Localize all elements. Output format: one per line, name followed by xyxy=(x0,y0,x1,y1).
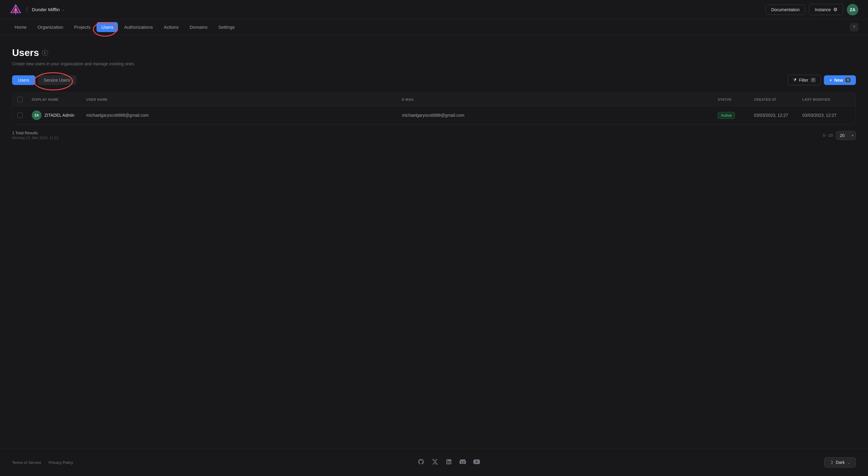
col-email: E-MAIL xyxy=(402,98,718,101)
org-name-label: Dunder Mifflin xyxy=(32,7,60,12)
per-page-select[interactable]: 20 50 100 xyxy=(836,131,856,140)
row-email: michaelgaryscott988@gmail.com xyxy=(402,113,718,118)
footer-center xyxy=(73,458,825,467)
main-nav: Home Organization Projects Users Authori… xyxy=(0,19,868,35)
tabs-row: Users Service Users ⧩ Filter F + New N xyxy=(12,75,856,85)
org-switcher[interactable]: Dunder Mifflin ⌄ xyxy=(32,7,65,12)
info-icon[interactable]: ℹ xyxy=(42,50,48,56)
instance-label: Instance xyxy=(815,7,831,12)
filter-icon: ⧩ xyxy=(793,77,797,83)
theme-label: Dark xyxy=(836,460,845,465)
total-results-date: Monday 13. Mar 2023, 11:21 xyxy=(12,136,58,140)
row-status: Active xyxy=(718,112,754,119)
main-content: Users ℹ Create new users in your organiz… xyxy=(0,35,868,448)
users-table: DISPLAY NAME USER NAME E-MAIL STATUS CRE… xyxy=(12,93,856,125)
footer-right: ☽ Dark ⌄ xyxy=(824,457,856,468)
nav-item-users[interactable]: Users xyxy=(96,22,118,32)
nav-item-projects[interactable]: Projects xyxy=(69,22,95,32)
youtube-icon[interactable] xyxy=(473,458,480,467)
gear-icon: ⚙ xyxy=(833,7,837,12)
footer: Terms of Service Privacy Policy xyxy=(0,448,868,476)
page-title-row: Users ℹ xyxy=(12,47,856,58)
nav-item-organization[interactable]: Organization xyxy=(33,22,68,32)
row-checkbox[interactable] xyxy=(17,113,32,118)
avatar[interactable]: ZA xyxy=(847,4,858,15)
col-last-modified: LAST MODIFIED xyxy=(802,98,851,101)
status-badge: Active xyxy=(718,112,735,119)
documentation-button[interactable]: Documentation xyxy=(766,4,805,15)
pagination-right: 0 - 20 20 50 100 xyxy=(823,131,856,140)
linkedin-icon[interactable] xyxy=(445,458,452,467)
pagination-row: 1 Total Results Monday 13. Mar 2023, 11:… xyxy=(12,131,856,140)
row-created-at: 03/03/2023, 12:27 xyxy=(754,113,802,118)
nav-item-settings[interactable]: Settings xyxy=(214,22,240,32)
github-icon[interactable] xyxy=(418,458,424,467)
twitter-icon[interactable] xyxy=(432,458,438,467)
chevron-down-icon: ⌄ xyxy=(847,460,851,465)
tab-users[interactable]: Users xyxy=(12,75,35,85)
col-display-name: DISPLAY NAME xyxy=(32,98,86,101)
user-avatar: ZA xyxy=(32,110,41,120)
filter-label: Filter xyxy=(799,78,808,83)
tos-link[interactable]: Terms of Service xyxy=(12,460,41,465)
total-results-area: 1 Total Results Monday 13. Mar 2023, 11:… xyxy=(12,131,58,140)
filter-kbd: F xyxy=(811,78,816,82)
nav-item-home[interactable]: Home xyxy=(10,22,31,32)
page-range: 0 - 20 xyxy=(823,133,833,137)
page-subtitle: Create new users in your organization an… xyxy=(12,61,856,66)
header: / Dunder Mifflin ⌄ Documentation Instanc… xyxy=(0,0,868,19)
moon-icon: ☽ xyxy=(829,460,833,465)
row-user-name: michaelgaryscott988@gmail.com xyxy=(86,113,402,118)
new-button[interactable]: + New N xyxy=(824,75,856,85)
filter-button[interactable]: ⧩ Filter F xyxy=(788,75,821,85)
total-results: 1 Total Results xyxy=(12,131,58,135)
instance-button[interactable]: Instance ⚙ xyxy=(809,4,843,15)
tab-service-users[interactable]: Service Users xyxy=(38,75,76,85)
per-page-wrapper: 20 50 100 xyxy=(836,131,856,140)
col-created-at: CREATED AT xyxy=(754,98,802,101)
theme-button[interactable]: ☽ Dark ⌄ xyxy=(824,457,856,468)
logo-slash: / xyxy=(26,6,28,13)
col-user-name: USER NAME xyxy=(86,98,402,101)
table-header: DISPLAY NAME USER NAME E-MAIL STATUS CRE… xyxy=(12,93,856,106)
nav-item-domains[interactable]: Domains xyxy=(185,22,212,32)
new-kbd: N xyxy=(845,78,850,82)
new-label: New xyxy=(834,78,843,83)
help-button[interactable]: ? xyxy=(850,23,858,31)
logo-area: / Dunder Mifflin ⌄ xyxy=(10,4,65,16)
display-name-text: ZITADEL Admin xyxy=(44,113,74,118)
select-all-checkbox[interactable] xyxy=(17,97,23,102)
nav-item-authorizations[interactable]: Authorizations xyxy=(119,22,158,32)
row-display-name: ZA ZITADEL Admin xyxy=(32,110,86,120)
logo-icon xyxy=(10,4,22,16)
nav-item-actions[interactable]: Actions xyxy=(159,22,184,32)
chevron-down-icon: ⌄ xyxy=(62,7,65,12)
svg-point-3 xyxy=(15,9,17,10)
col-checkbox xyxy=(17,97,32,102)
plus-icon: + xyxy=(829,78,832,83)
header-right: Documentation Instance ⚙ ZA xyxy=(766,4,858,15)
footer-left: Terms of Service Privacy Policy xyxy=(12,460,73,465)
service-users-tab-container: Service Users xyxy=(38,75,76,85)
table-row[interactable]: ZA ZITADEL Admin michaelgaryscott988@gma… xyxy=(12,106,856,124)
nav-item-users-container: Users xyxy=(96,25,118,30)
row-last-modified: 03/03/2023, 12:27 xyxy=(802,113,851,118)
tab-buttons: Users Service Users xyxy=(12,75,788,85)
tabs-actions: ⧩ Filter F + New N xyxy=(788,75,856,85)
discord-icon[interactable] xyxy=(459,458,466,467)
privacy-link[interactable]: Privacy Policy xyxy=(49,460,73,465)
page-title: Users xyxy=(12,47,39,58)
col-status: STATUS xyxy=(718,98,754,101)
